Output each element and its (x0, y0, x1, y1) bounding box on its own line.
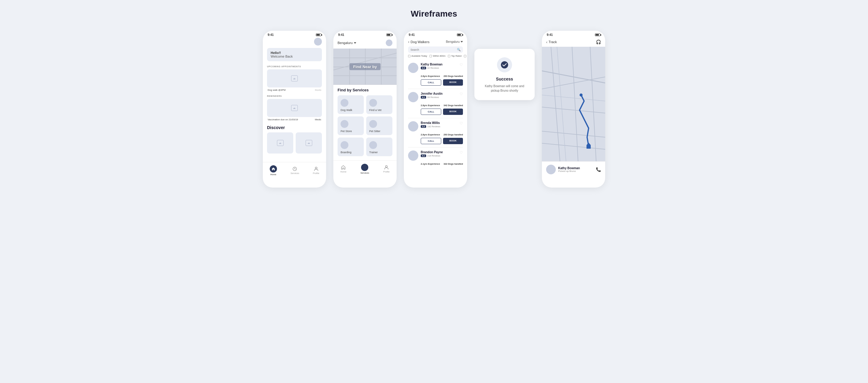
nav-profile-1[interactable]: Profile (313, 167, 319, 175)
bengaluru-select[interactable]: Bengaluru (446, 40, 463, 43)
service-pet-sitter[interactable]: Pet Sitter (366, 116, 393, 135)
filter-more[interactable]: To (464, 55, 467, 57)
trainer-label: Trainer (369, 151, 378, 154)
filter-checkbox-3[interactable] (448, 55, 450, 57)
welcome-box: Hello!! Welcome Back (267, 48, 322, 61)
call-icon[interactable]: 📞 (596, 167, 601, 172)
trainer-icon (369, 141, 377, 149)
services-section: Find by Services Dog Walk Find a Vet Pet… (333, 85, 397, 156)
success-title: Success (496, 77, 513, 82)
walker-info-3: Brandon Payne 4.1 218 Reviews (421, 150, 457, 157)
tracker-avatar (546, 165, 556, 174)
map-find-nearby-label: Find Near by (350, 63, 381, 70)
profile-icon-2 (384, 165, 389, 170)
service-boarding[interactable]: Boarding (338, 138, 364, 156)
walker-avatar-3 (408, 150, 418, 161)
heart-icon-3[interactable]: ♡ (460, 150, 463, 155)
find-vet-icon (369, 99, 377, 107)
location-select[interactable]: Bengaluru (338, 41, 356, 45)
services-icon-1 (292, 167, 297, 171)
action-buttons-2: CALL BOOK (408, 138, 463, 144)
rating-row-1: 4.1 68 Reviews (421, 96, 457, 98)
walker-card-0: Kathy Bowman 4.3 42 Reviews ♡ 2.8yrs Exp… (408, 60, 463, 89)
call-button-2[interactable]: CALL (421, 138, 441, 144)
nav-home-1[interactable]: Home (270, 165, 277, 176)
nav-profile-2[interactable]: Profile (383, 165, 390, 173)
filter-label-1: Available Today (411, 55, 427, 57)
back-row: ‹ Dog Walkers (408, 39, 430, 44)
rating-row-0: 4.3 42 Reviews (421, 67, 457, 69)
call-button-0[interactable]: CALL (421, 79, 441, 86)
success-modal-wrapper: Success Kathy Bowman will come and picku… (474, 49, 535, 100)
search-icon: 🔍 (457, 48, 461, 51)
filter-checkbox-4[interactable] (464, 55, 466, 57)
nav-home-label-1: Home (270, 173, 276, 176)
filter-top-rated[interactable]: Top Rated (448, 55, 461, 57)
reviews-text-3: 218 Reviews (427, 154, 440, 157)
walker-top-0: Kathy Bowman 4.3 42 Reviews ♡ (408, 63, 463, 73)
heart-icon-2[interactable]: ♡ (460, 121, 463, 125)
success-modal: Success Kathy Bowman will come and picku… (474, 49, 535, 100)
walker-list: Kathy Bowman 4.3 42 Reviews ♡ 2.8yrs Exp… (404, 60, 467, 170)
battery-icon-1 (316, 33, 321, 36)
back-arrow-icon: ‹ (408, 39, 409, 44)
pet-sitter-label: Pet Sitter (369, 130, 380, 133)
headphone-icon: 🎧 (596, 39, 601, 44)
reminder-truncated: Medic (315, 118, 321, 121)
action-buttons-1: CALL BOOK (408, 109, 463, 115)
pet-store-icon (341, 120, 348, 128)
book-button-1[interactable]: BOOK (443, 109, 463, 115)
services-dot (361, 164, 368, 171)
walker-avatar-2 (408, 121, 418, 131)
filter-within800m[interactable]: Within 800m (430, 55, 445, 57)
filter-available[interactable]: Available Today (408, 55, 427, 57)
rating-row-3: 4.1 218 Reviews (421, 154, 457, 157)
service-pet-store[interactable]: Pet Store (338, 116, 364, 135)
walker-card-2: Brenda Willis 3.2 192 Reviews ♡ 2.8yrs E… (408, 118, 463, 147)
service-dog-walk[interactable]: Dog Walk (338, 95, 364, 114)
walker-stats-2: 2.8yrs Experience 293 Dogs handled (408, 133, 463, 136)
boarding-label: Boarding (341, 151, 351, 154)
svg-point-1 (315, 167, 317, 169)
dog-walk-icon (341, 99, 348, 107)
discover-cards: ⛰ ⛰ (267, 132, 322, 153)
rating-badge-1: 4.1 (421, 96, 426, 98)
exp-0: 2.8yrs Experience (421, 75, 440, 78)
walker-avatar-0 (408, 63, 418, 73)
discover-title: Discover (267, 125, 322, 130)
filter-label-2: Within 800m (433, 55, 445, 57)
wireframes-container: 9:41 Hello!! Welcome Back UPCOMING APPOI… (263, 31, 605, 187)
rating-row-2: 3.2 192 Reviews (421, 125, 457, 128)
nav-home-2[interactable]: Home (340, 165, 346, 173)
nav-services-2[interactable]: Services (361, 164, 369, 174)
service-find-vet[interactable]: Find a Vet (366, 95, 393, 114)
phone-services: 9:41 Bengaluru Find Near by Find by (333, 31, 397, 187)
location-text: Bengaluru (338, 41, 352, 45)
avatar-2 (386, 39, 393, 46)
status-bar-3: 9:41 (404, 31, 467, 38)
nav-services-label-1: Services (290, 172, 299, 175)
call-button-1[interactable]: CALL (421, 109, 441, 115)
walker-title: Dog Walkers (410, 40, 430, 44)
svg-rect-16 (587, 145, 591, 149)
reminder-image-box: ⛰ (267, 99, 322, 117)
book-button-0[interactable]: BOOK (443, 79, 463, 86)
filter-checkbox-1[interactable] (408, 55, 410, 57)
discover-card-2: ⛰ (296, 132, 322, 153)
welcome-back-text: Welcome Back (271, 55, 318, 58)
walker-stats-1: 2.8yrs Experience 342 Dogs handled (408, 104, 463, 107)
service-trainer[interactable]: Trainer (366, 138, 393, 156)
time-2: 9:41 (338, 33, 344, 36)
search-bar[interactable]: 🔍 (408, 47, 463, 53)
map-area: Find Near by (333, 49, 397, 85)
book-button-2[interactable]: BOOK (443, 138, 463, 144)
filter-checkbox-2[interactable] (430, 55, 432, 57)
rating-badge-3: 4.1 (421, 154, 426, 157)
walker-name-2: Brenda Willis (421, 121, 457, 124)
heart-icon-0[interactable]: ♡ (460, 63, 463, 67)
search-input[interactable] (410, 48, 455, 51)
dogs-1: 342 Dogs handled (444, 104, 463, 107)
heart-icon-1[interactable]: ♡ (460, 92, 463, 96)
pet-store-label: Pet Store (341, 130, 352, 133)
nav-services-1[interactable]: Services (290, 167, 299, 175)
